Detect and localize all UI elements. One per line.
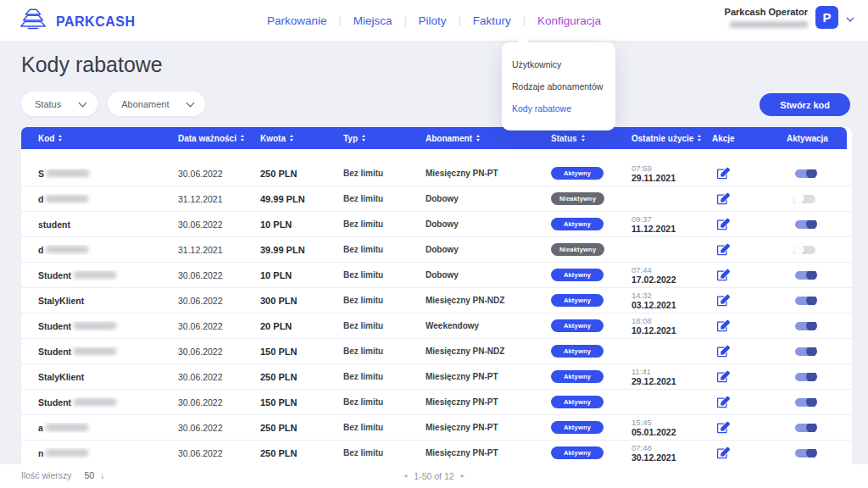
column-header-kwota[interactable]: Kwota — [260, 134, 343, 143]
nav-item-konfiguracja[interactable]: Konfiguracja — [537, 14, 601, 27]
sort-icon[interactable] — [698, 135, 701, 141]
cell-last-used: 14:3203.12.2021 — [632, 291, 712, 311]
cell-code: Student — [21, 397, 178, 408]
cell-amount: 150 PLN — [260, 347, 343, 357]
filter-label: Status — [35, 99, 61, 109]
cell-amount: 250 PLN — [260, 372, 343, 382]
edit-icon[interactable] — [717, 167, 730, 180]
toggle-knob — [806, 297, 817, 305]
filter-abonament[interactable]: Abonament — [108, 92, 205, 116]
cell-activation — [787, 220, 852, 229]
nav-item-parkowanie[interactable]: Parkowanie — [267, 14, 327, 27]
activation-toggle[interactable] — [795, 373, 815, 381]
edit-icon[interactable] — [717, 192, 730, 205]
edit-icon[interactable] — [717, 269, 730, 281]
toggle-knob — [806, 271, 817, 280]
rows-per-page-arrow-icon[interactable]: ↓ — [100, 471, 104, 480]
code-text: Student — [38, 397, 71, 408]
cell-activation — [787, 195, 852, 203]
activation-toggle[interactable] — [795, 169, 815, 178]
create-code-button[interactable]: Stwórz kod — [760, 93, 850, 116]
sort-icon[interactable] — [241, 135, 244, 141]
activation-toggle[interactable] — [795, 398, 815, 407]
status-badge: Aktywny — [551, 396, 604, 408]
cell-subscription: Miesięczny PN-PT — [426, 397, 551, 407]
filter-status[interactable]: Status — [21, 92, 97, 116]
cell-code: S — [21, 169, 178, 179]
table-row: Student30.06.202210 PLNBez limituDobowyA… — [21, 263, 852, 288]
cell-amount: 39.99 PLN — [260, 245, 343, 255]
chevron-down-icon[interactable] — [846, 10, 854, 25]
sort-icon[interactable] — [58, 135, 62, 141]
nav-item-piloty[interactable]: Piloty — [419, 14, 447, 27]
edit-icon[interactable] — [717, 370, 730, 383]
nav-item-faktury[interactable]: Faktury — [473, 14, 511, 27]
cell-subscription: Dobowy — [426, 245, 551, 254]
edit-icon[interactable] — [717, 345, 730, 358]
table-row: student30.06.202210 PLNBez limituDobowyA… — [21, 212, 852, 237]
nav-separator: | — [403, 14, 406, 26]
cell-status: Aktywny — [551, 396, 632, 408]
cell-actions — [712, 421, 787, 434]
activation-toggle[interactable] — [795, 322, 815, 330]
edit-icon[interactable] — [717, 243, 730, 256]
sort-icon[interactable] — [362, 135, 365, 141]
code-redacted-blur — [46, 424, 88, 431]
activation-toggle[interactable] — [795, 246, 815, 254]
column-header-abonament[interactable]: Abonament — [426, 134, 551, 143]
column-header-kod[interactable]: Kod — [21, 134, 178, 143]
activation-toggle[interactable] — [795, 195, 815, 203]
column-header-data-ważności[interactable]: Data ważności — [178, 134, 260, 143]
parkcash-logo-icon — [19, 8, 47, 36]
code-text: student — [38, 219, 70, 230]
activation-toggle[interactable] — [795, 449, 815, 458]
code-redacted-blur — [46, 246, 88, 253]
edit-icon[interactable] — [717, 396, 730, 408]
sort-icon[interactable] — [290, 135, 293, 141]
rows-per-page-label: Ilość wierszy — [21, 470, 72, 480]
last-used-time: 07:44 — [632, 265, 712, 274]
pagination-next-icon[interactable]: ▸ — [461, 473, 465, 480]
avatar[interactable]: P — [815, 6, 838, 29]
edit-icon[interactable] — [717, 319, 730, 332]
edit-icon[interactable] — [717, 218, 730, 230]
sort-icon[interactable] — [581, 135, 585, 141]
discount-codes-table: KodData ważnościKwotaTypAbonamentStatusO… — [21, 127, 852, 464]
cell-code: a — [21, 423, 178, 433]
activation-toggle[interactable] — [795, 220, 815, 229]
cell-status: Aktywny — [551, 269, 632, 281]
activation-toggle[interactable] — [795, 297, 815, 305]
edit-icon[interactable] — [717, 294, 730, 307]
brand-logo[interactable]: PARKCASH — [19, 8, 135, 36]
cell-last-used: 07:4417.02.2022 — [632, 265, 712, 286]
user-menu[interactable]: Parkcash Operator P — [725, 6, 854, 29]
column-header-ostatnie-użycie[interactable]: Ostatnie użycie — [632, 134, 712, 143]
code-text: d — [38, 245, 43, 255]
column-header-typ[interactable]: Typ — [343, 134, 426, 143]
menu-item-kody-rabatowe[interactable]: Kody rabatowe — [512, 97, 605, 119]
column-label: Akcje — [712, 134, 735, 143]
last-used-time: 07:48 — [632, 443, 712, 452]
last-used-date: 05.01.2022 — [632, 427, 712, 438]
cell-activation — [787, 246, 852, 254]
column-label: Kwota — [260, 134, 286, 143]
edit-icon[interactable] — [717, 446, 730, 459]
activation-toggle[interactable] — [795, 424, 815, 432]
table-row: StalyKlient30.06.2022300 PLNBez limituMi… — [21, 288, 852, 313]
sort-icon[interactable] — [476, 135, 480, 141]
cell-actions — [712, 269, 787, 281]
rows-per-page-value[interactable]: 50 — [85, 470, 95, 480]
menu-item-rodzaje-abonamentów[interactable]: Rodzaje abonamentów — [512, 75, 605, 97]
cell-valid-until: 30.06.2022 — [178, 270, 260, 280]
nav-item-miejsca[interactable]: Miejsca — [353, 14, 392, 27]
status-badge: Nieaktywny — [551, 192, 604, 205]
menu-item-użytkownicy[interactable]: Użytkownicy — [512, 53, 605, 75]
nav-separator: | — [339, 14, 342, 26]
user-subtitle-redacted — [730, 21, 808, 28]
edit-icon[interactable] — [717, 421, 730, 434]
pagination-prev-icon[interactable]: ◂ — [403, 473, 407, 480]
column-header-status[interactable]: Status — [551, 134, 632, 143]
cell-last-used: 15:4505.01.2022 — [632, 418, 712, 438]
activation-toggle[interactable] — [795, 271, 815, 280]
activation-toggle[interactable] — [795, 347, 815, 356]
